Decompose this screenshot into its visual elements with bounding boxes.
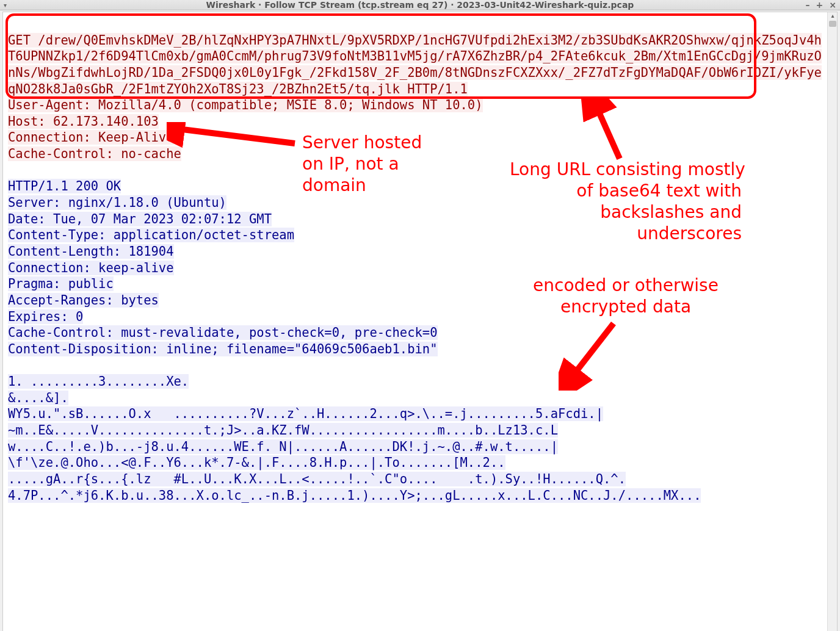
annotation-long-url: Long URL consisting mostly of base64 tex… [510,159,742,244]
http-request-headers: User-Agent: Mozilla/4.0 (compatible; MSI… [8,98,483,161]
annotation-server-ip: Server hosted on IP, not a domain [302,132,422,196]
close-window-icon[interactable]: × [829,0,836,10]
minimize-icon[interactable]: – [806,0,810,10]
vertical-scrollbar[interactable]: ▴ ▾ [827,12,837,631]
http-response-headers: HTTP/1.1 200 OK Server: nginx/1.18.0 (Ub… [8,179,438,356]
window-menu-icon[interactable]: ▾ [4,2,7,9]
arrow-server-ip-icon [167,122,301,153]
http-request-line: GET /drew/Q0EmvhskDMeV_2B/hlZqNxHPY3pA7H… [8,33,822,96]
svg-line-2 [571,323,614,378]
tcp-stream-text[interactable]: GET /drew/Q0EmvhskDMeV_2B/hlZqNxHPY3pA7H… [3,12,827,631]
http-response-body: 1. .........3........Xe. &....&]. WY5.u.… [8,374,701,502]
arrow-long-url-icon [577,98,650,165]
scroll-up-icon[interactable]: ▴ [829,12,836,20]
scrollbar-thumb[interactable] [829,21,836,27]
maximize-icon[interactable]: + [816,0,824,10]
svg-line-0 [173,128,295,143]
window-title: Wireshark · Follow TCP Stream (tcp.strea… [206,0,634,10]
svg-line-1 [595,104,620,159]
window-titlebar: ▾ Wireshark · Follow TCP Stream (tcp.str… [0,0,840,10]
stream-content-wrap: GET /drew/Q0EmvhskDMeV_2B/hlZqNxHPY3pA7H… [2,12,838,631]
annotation-encrypted-data: encoded or otherwise encrypted data [528,275,723,317]
arrow-encrypted-icon [559,317,632,391]
